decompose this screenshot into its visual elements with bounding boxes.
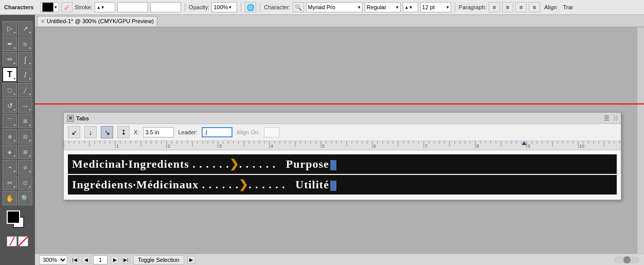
main-toolbar: Characters ▾ 🖊 Stroke: ▲▼ Opacity: 100% … <box>0 0 644 15</box>
text-line-2: Ingrédients·Médicinaux . . . . . .❯. . .… <box>68 175 617 195</box>
foreground-swatch[interactable] <box>7 210 20 224</box>
tool-row-8: ⊕▸ ⊟▸ <box>3 129 32 144</box>
doc-content[interactable]: Medicinal·Ingredients . . . . . .❯. . . … <box>64 150 621 200</box>
ruler <box>64 141 621 150</box>
ruler-canvas <box>64 141 621 150</box>
zoom-select[interactable]: 300% 200% 150% 100% <box>39 255 67 264</box>
lasso-tool[interactable]: ⌾▸ <box>18 37 32 51</box>
font-style-arrow[interactable]: ▾ <box>396 5 399 10</box>
canvas-scroll[interactable]: ✕ Tabs ☰ ⟩⟩ ↙ ↓ ↘ ↧ X: Leader: Align On: <box>35 27 644 265</box>
symbol-tool[interactable]: ⊕▸ <box>3 129 17 144</box>
page-number-input[interactable] <box>93 255 108 264</box>
chart-tool[interactable]: ⊟▸ <box>18 129 32 144</box>
panel-collapse-icon[interactable]: ⟩⟩ <box>614 115 618 121</box>
swatch-row: ╱ <box>7 236 28 246</box>
direct-select-tool[interactable]: ↗▸ <box>18 21 32 36</box>
gradient-tool[interactable]: ◈▸ <box>3 145 17 159</box>
warp-tool[interactable]: ⌒▸ <box>3 114 17 128</box>
canvas-area: ✕ Untitled-1* @ 300% (CMYK/GPU Preview) … <box>35 15 644 265</box>
measure-tool[interactable]: ╱▸ <box>18 83 32 97</box>
character-label: Character: <box>264 4 290 10</box>
line-tool[interactable]: /▸ <box>18 67 32 82</box>
toggle-selection-button[interactable]: Toggle Selection <box>133 255 184 264</box>
hand-tool[interactable]: ✋ <box>3 191 17 205</box>
select-tool[interactable]: ▷▸ <box>3 21 17 36</box>
fill-color <box>42 3 53 12</box>
text-line-1: Medicinal·Ingredients . . . . . .❯. . . … <box>68 154 617 174</box>
opacity-dropdown-arrow[interactable]: ▾ <box>229 5 231 10</box>
opacity-value: 100% <box>213 4 228 10</box>
panel-close-button[interactable]: ✕ <box>67 115 74 122</box>
align-justify-icon[interactable]: ≡ <box>529 2 540 12</box>
tab-bar: ✕ Untitled-1* @ 300% (CMYK/GPU Preview) <box>35 15 644 27</box>
paragraph-label: Paragraph: <box>459 4 487 10</box>
pencil-tool[interactable]: ✏▸ <box>3 52 17 66</box>
vertical-scrollbar[interactable] <box>637 27 644 254</box>
tool-row-10: ⌁▸ ⊘▸ <box>3 160 32 174</box>
align-on-input[interactable] <box>264 127 279 137</box>
document-tab-name: Untitled-1* @ 300% (CMYK/GPU Preview) <box>47 18 154 24</box>
font-search-icon[interactable]: 🔍 <box>293 2 304 12</box>
tabs-panel-header: ✕ Tabs ☰ ⟩⟩ <box>64 113 621 124</box>
stroke-end-dropdown[interactable] <box>150 2 181 12</box>
stroke-spinner[interactable]: ▲▼ <box>95 2 115 12</box>
pen-tool[interactable]: ✒▸ <box>3 37 17 51</box>
font-name-arrow[interactable]: ▾ <box>358 5 361 10</box>
artboard-tool[interactable]: ⊡▸ <box>18 175 32 190</box>
tool-row-12: ✋ 🔍 <box>3 191 32 205</box>
zoom-tool[interactable]: 🔍 <box>18 191 32 205</box>
fill-dropdown-arrow[interactable]: ▾ <box>55 5 57 10</box>
font-size-dropdown[interactable]: 12 pt ▾ <box>420 2 451 12</box>
tool-row-5: □▸ ╱▸ <box>3 83 32 97</box>
x-value-input[interactable] <box>143 127 174 137</box>
stroke-up[interactable]: ▲▼ <box>97 5 105 10</box>
tab-marker-2: ❯ <box>239 178 248 191</box>
scissors-tool[interactable]: ✂▸ <box>3 175 17 190</box>
panel-menu-icon[interactable]: ☰ <box>604 115 610 122</box>
last-page-btn[interactable]: ▶| <box>122 256 130 264</box>
none-swatch[interactable]: ╱ <box>7 236 17 246</box>
next-page-btn[interactable]: ▶ <box>111 256 119 264</box>
tab-align-decimal-btn[interactable]: ↧ <box>117 126 130 138</box>
freetransform-tool[interactable]: ⊞▸ <box>18 114 32 128</box>
first-page-btn[interactable]: |◀ <box>70 256 79 264</box>
document-tab[interactable]: ✕ Untitled-1* @ 300% (CMYK/GPU Preview) <box>37 16 157 26</box>
tab-close-button[interactable]: ✕ <box>41 19 45 24</box>
blend-tool[interactable]: ⊘▸ <box>18 160 32 174</box>
font-size-spinner[interactable]: ▲▼ <box>403 2 418 12</box>
tab-align-center-btn[interactable]: ↓ <box>84 126 97 138</box>
tab-align-left-btn[interactable]: ↙ <box>68 126 80 138</box>
type-tool[interactable]: T▸ <box>3 67 17 82</box>
opacity-input[interactable]: 100% ▾ <box>211 2 237 12</box>
sep4 <box>455 3 455 12</box>
scale-tool[interactable]: ↔▸ <box>18 98 32 113</box>
align-right-icon[interactable]: ≡ <box>515 2 527 12</box>
tab-marker-1: ❯ <box>229 157 239 170</box>
sep2 <box>241 3 241 12</box>
view-toggle[interactable] <box>614 256 640 263</box>
stroke-style-dropdown[interactable] <box>117 2 148 12</box>
view-toggle-knob <box>623 256 631 263</box>
play-btn[interactable]: ▶ <box>187 256 195 264</box>
sep1 <box>185 3 185 12</box>
rect-tool[interactable]: □▸ <box>3 83 17 97</box>
tab-align-right-btn[interactable]: ↘ <box>101 126 113 138</box>
font-style-dropdown[interactable]: Regular ▾ <box>365 2 401 12</box>
prev-page-btn[interactable]: ◀ <box>82 256 90 264</box>
leader-input[interactable] <box>202 127 232 137</box>
font-name-dropdown[interactable]: Myriad Pro ▾ <box>306 2 363 12</box>
fill-swatch[interactable]: ▾ <box>40 2 59 12</box>
stroke-icon[interactable]: 🖊 <box>61 2 73 12</box>
mesh-tool[interactable]: ⊞▸ <box>18 145 32 159</box>
align-center-icon[interactable]: ≡ <box>502 2 513 12</box>
rotate-tool[interactable]: ↺▸ <box>3 98 17 113</box>
align-left-icon[interactable]: ≡ <box>489 2 500 12</box>
tabs-panel: ✕ Tabs ☰ ⟩⟩ ↙ ↓ ↘ ↧ X: Leader: Align On: <box>63 112 621 200</box>
reset-swatch[interactable] <box>18 236 28 246</box>
paintbrush-tool[interactable]: ∫▸ <box>18 52 32 66</box>
tool-row-3: ✏▸ ∫▸ <box>3 52 32 66</box>
color-swatch-area <box>3 209 32 235</box>
globe-icon[interactable]: 🌐 <box>245 2 256 12</box>
eyedropper-tool[interactable]: ⌁▸ <box>3 160 17 174</box>
font-size-arrow[interactable]: ▾ <box>446 5 449 10</box>
